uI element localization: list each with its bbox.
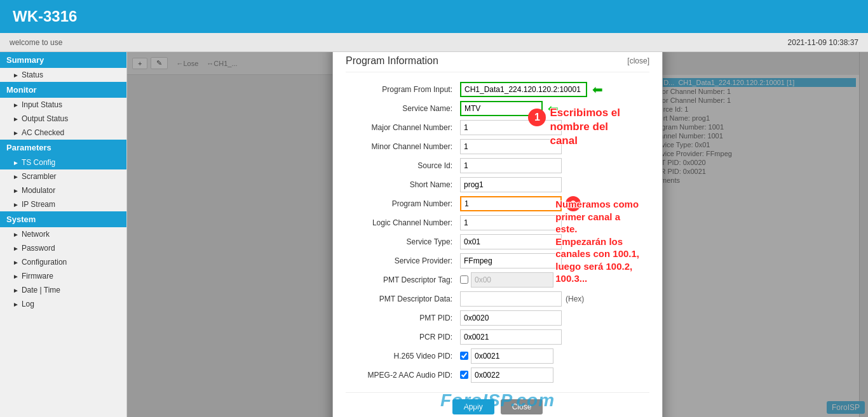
sidebar: Summary ► Status Monitor ► Input Status … xyxy=(0,52,127,417)
logic-channel-label: Logic Channel Number: xyxy=(346,218,460,227)
pcr-pid-label: PCR PID: xyxy=(346,333,460,341)
pmt-pid-field[interactable] xyxy=(460,310,562,326)
welcome-text: welcome to use xyxy=(10,38,62,47)
app-title: WK-3316 xyxy=(13,8,77,25)
short-name-field[interactable] xyxy=(460,177,562,192)
program-from-input-label: Program From Input: xyxy=(346,85,460,94)
major-channel-label: Major Channel Number: xyxy=(346,123,460,132)
sidebar-section-summary: Summary xyxy=(0,52,126,68)
program-number-label: Program Number: xyxy=(346,199,460,208)
logic-channel-field[interactable] xyxy=(460,215,562,230)
pmt-pid-label: PMT PID: xyxy=(346,314,460,322)
pmt-descriptor-tag-label: PMT Descriptor Tag: xyxy=(346,275,460,284)
callout-1: 1 Escribimos elnombre delcanal xyxy=(528,106,620,148)
modal-close-text[interactable]: [close] xyxy=(627,56,649,65)
pmt-descriptor-data-suffix: (Hex) xyxy=(566,295,584,303)
pmt-descriptor-tag-field[interactable] xyxy=(471,272,553,288)
callout-1-text: Escribimos elnombre delcanal xyxy=(550,106,620,148)
sidebar-item-ac-checked[interactable]: ► AC Checked xyxy=(0,126,126,140)
content-area: ► 1: D... CH1_Data1_224.120.120.2:10001 … xyxy=(127,52,868,417)
sidebar-item-date-time[interactable]: ► Date | Time xyxy=(0,283,126,297)
sidebar-item-input-status[interactable]: ► Input Status xyxy=(0,98,126,112)
sidebar-section-system: System xyxy=(0,211,126,227)
service-provider-label: Service Provider: xyxy=(346,256,460,265)
service-provider-field[interactable] xyxy=(460,253,562,268)
modal-title: Program Information xyxy=(346,55,438,67)
mpeg2-aac-field[interactable] xyxy=(471,367,553,383)
sidebar-section-monitor: Monitor xyxy=(0,82,126,98)
service-name-label: Service Name: xyxy=(346,104,460,113)
short-name-label: Short Name: xyxy=(346,180,460,189)
h265-pid-checkbox[interactable] xyxy=(460,352,468,360)
watermark: ForoISP.com xyxy=(440,390,555,411)
sidebar-item-ts-config[interactable]: ► TS Config xyxy=(0,156,126,169)
callout-2: Numeramos comoprimer canal aeste.Empezar… xyxy=(555,198,639,285)
sidebar-item-modulator[interactable]: ► Modulator xyxy=(0,183,126,197)
program-number-field[interactable] xyxy=(460,196,562,211)
callout-2-text: Numeramos comoprimer canal aeste.Empezar… xyxy=(555,198,639,285)
sidebar-item-configuration[interactable]: ► Configuration xyxy=(0,255,126,269)
minor-channel-label: Minor Channel Number: xyxy=(346,142,460,151)
pmt-descriptor-data-label: PMT Descriptor Data: xyxy=(346,295,460,303)
service-type-field[interactable] xyxy=(460,234,562,249)
h265-pid-label: H.265 Video PID: xyxy=(346,352,460,361)
pmt-descriptor-tag-checkbox[interactable] xyxy=(460,275,468,284)
arrow-callout-1: ⬅ xyxy=(592,82,603,97)
callout-1-number: 1 xyxy=(528,109,546,126)
pmt-descriptor-data-field[interactable] xyxy=(460,291,562,307)
sidebar-item-firmware[interactable]: ► Firmware xyxy=(0,269,126,283)
mpeg2-aac-label: MPEG-2 AAC Audio PID: xyxy=(346,371,460,380)
sidebar-item-output-status[interactable]: ► Output Status xyxy=(0,112,126,126)
pcr-pid-field[interactable] xyxy=(460,329,562,345)
h265-pid-field[interactable] xyxy=(471,348,553,364)
sidebar-item-scrambler[interactable]: ► Scrambler xyxy=(0,169,126,183)
mpeg2-aac-checkbox[interactable] xyxy=(460,371,468,379)
source-id-field[interactable] xyxy=(460,158,562,173)
sidebar-item-status[interactable]: ► Status xyxy=(0,68,126,82)
subheader-bar: welcome to use 2021-11-09 10:38:37 xyxy=(0,33,868,52)
sidebar-item-network[interactable]: ► Network xyxy=(0,227,126,241)
sidebar-item-log[interactable]: ► Log xyxy=(0,297,126,311)
app-header: WK-3316 xyxy=(0,0,868,33)
timestamp: 2021-11-09 10:38:37 xyxy=(788,38,858,47)
program-from-input-field[interactable] xyxy=(460,82,587,97)
service-type-label: Service Type: xyxy=(346,237,460,246)
sidebar-item-ip-stream[interactable]: ► IP Stream xyxy=(0,197,126,211)
source-id-label: Source Id: xyxy=(346,161,460,170)
sidebar-section-parameters: Parameters xyxy=(0,140,126,156)
sidebar-item-password[interactable]: ► Password xyxy=(0,241,126,255)
